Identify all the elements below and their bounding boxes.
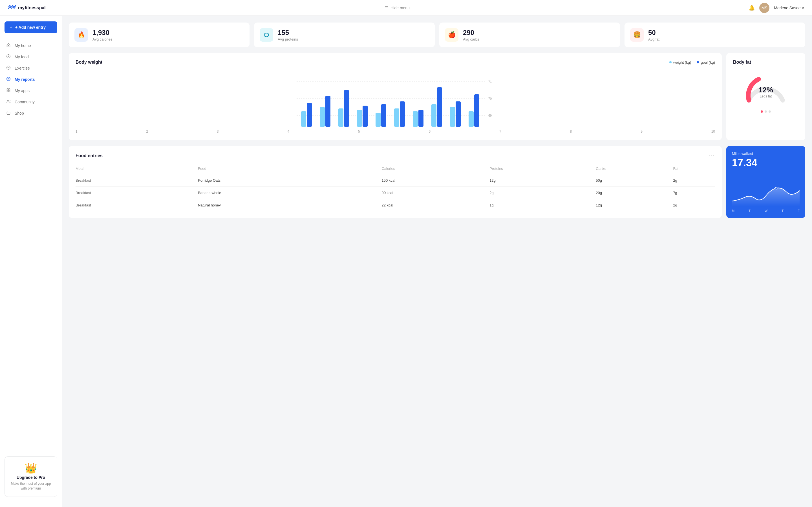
x-label-6: 6: [429, 129, 431, 133]
sidebar-item-home[interactable]: My home: [0, 40, 62, 51]
sidebar: ＋ + Add new entry My home My food: [0, 16, 62, 507]
sidebar-item-reports[interactable]: My reports: [0, 74, 62, 85]
hide-menu-label: Hide menu: [391, 6, 410, 10]
logo: myfitnesspal: [8, 4, 46, 11]
cell-carbs: 12g: [596, 199, 673, 212]
reports-icon: [6, 76, 11, 82]
cell-carbs: 20g: [596, 187, 673, 199]
svg-rect-6: [9, 91, 10, 92]
calories-icon-box: 🔥: [74, 28, 88, 42]
gauge-dot-2: [765, 110, 767, 113]
food-title: Food entries: [75, 153, 103, 158]
cell-fat: 2g: [673, 174, 715, 187]
miles-chart-svg: [732, 182, 800, 207]
svg-rect-28: [437, 87, 442, 127]
svg-rect-21: [375, 113, 380, 127]
x-label-8: 8: [570, 129, 572, 133]
hide-menu-button[interactable]: ☰ Hide menu: [385, 6, 410, 10]
sidebar-item-apps[interactable]: My apps: [0, 85, 62, 96]
table-row: Breakfast Natural honey 22 kcal 1g 12g 2…: [75, 199, 715, 212]
col-carbs: Carbs: [596, 164, 673, 174]
cell-meal: Breakfast: [75, 199, 198, 212]
proteins-label: Avg proteins: [278, 37, 298, 41]
food-table-wrapper: Meal Food Calories Proteins Carbs Fat Br…: [75, 164, 715, 211]
cell-proteins: 2g: [490, 187, 596, 199]
cell-fat: 7g: [673, 187, 715, 199]
proteins-icon-box: [260, 28, 273, 42]
body-fat-title: Body fat: [733, 60, 751, 65]
cell-carbs: 50g: [596, 174, 673, 187]
sidebar-item-shop[interactable]: Shop: [0, 108, 62, 119]
apple-icon: 🍎: [448, 31, 456, 39]
legend-dot-dark: [697, 61, 699, 63]
svg-rect-17: [338, 108, 343, 127]
chart-legend: weight (kg) goal (kg): [669, 60, 715, 64]
stat-card-carbs: 🍎 290 Avg carbs: [439, 22, 620, 47]
carbs-label: Avg carbs: [463, 37, 479, 41]
cell-proteins: 12g: [490, 174, 596, 187]
fat-label: Avg fat: [648, 37, 659, 41]
sidebar-home-label: My home: [15, 43, 31, 48]
home-icon: [6, 43, 11, 48]
x-label-10: 10: [711, 129, 715, 133]
community-icon: [6, 99, 11, 105]
svg-rect-25: [413, 111, 418, 127]
svg-point-7: [7, 100, 9, 101]
upgrade-description: Make the most of your app with premium: [9, 482, 52, 491]
apps-icon: [6, 88, 11, 94]
add-entry-button[interactable]: ＋ + Add new entry: [4, 21, 57, 33]
gauge-percent: 12%: [758, 86, 773, 94]
stats-row: 🔥 1,930 Avg calories 155 Avg proteins: [69, 22, 805, 47]
carbs-value: 290: [463, 29, 479, 37]
bell-icon[interactable]: 🔔: [749, 5, 755, 11]
add-entry-label: + Add new entry: [15, 25, 46, 30]
gauge-dot-1: [761, 110, 763, 113]
svg-rect-18: [344, 90, 349, 127]
miles-walked-card: Miles walked 17.34: [726, 146, 805, 218]
header: myfitnesspal ☰ Hide menu 🔔 MS Marlene Sa…: [0, 0, 812, 16]
body-weight-card: Body weight weight (kg) goal (kg): [69, 53, 722, 140]
svg-point-37: [775, 187, 777, 189]
x-label-5: 5: [358, 129, 360, 133]
bottom-row: Food entries ··· Meal Food Calories Prot…: [69, 146, 805, 218]
stat-card-calories: 🔥 1,930 Avg calories: [69, 22, 250, 47]
svg-rect-29: [450, 107, 455, 127]
fat-icon-box: 🍔: [630, 28, 644, 42]
food-icon: [6, 54, 11, 60]
svg-rect-4: [9, 89, 10, 90]
svg-rect-14: [307, 103, 312, 127]
cell-food: Porridge Oats: [198, 174, 382, 187]
svg-rect-30: [456, 101, 461, 127]
logo-icon: [8, 4, 16, 11]
proteins-info: 155 Avg proteins: [278, 29, 298, 41]
sidebar-item-community[interactable]: Community: [0, 96, 62, 108]
col-meal: Meal: [75, 164, 198, 174]
sidebar-shop-label: Shop: [15, 111, 24, 115]
sidebar-item-food[interactable]: My food: [0, 51, 62, 62]
logo-text: myfitnesspal: [18, 5, 46, 10]
crown-icon: 👑: [9, 462, 52, 474]
table-row: Breakfast Porridge Oats 150 kcal 12g 50g…: [75, 174, 715, 187]
cell-calories: 90 kcal: [382, 187, 490, 199]
svg-rect-5: [7, 91, 8, 92]
svg-point-8: [9, 100, 10, 101]
sidebar-food-label: My food: [15, 55, 29, 59]
miles-day-f: F: [798, 209, 800, 212]
cell-calories: 22 kcal: [382, 199, 490, 212]
miles-day-w: W: [765, 209, 767, 212]
food-table: Meal Food Calories Proteins Carbs Fat Br…: [75, 164, 715, 211]
bar-chart-container: 71 70 69 1 2 3 4 5 6 7 8 9 10: [75, 70, 715, 133]
legend-weight: weight (kg): [669, 60, 691, 64]
svg-text:70: 70: [488, 97, 492, 100]
svg-rect-32: [474, 94, 479, 127]
svg-rect-27: [432, 104, 437, 127]
calories-info: 1,930 Avg calories: [93, 29, 112, 41]
x-label-4: 4: [288, 129, 290, 133]
plus-icon: ＋: [9, 25, 13, 30]
legend-goal: goal (kg): [697, 60, 715, 64]
fat-info: 50 Avg fat: [648, 29, 659, 41]
sidebar-item-exercise[interactable]: Exercise: [0, 62, 62, 74]
more-options-button[interactable]: ···: [709, 153, 715, 159]
svg-rect-13: [301, 111, 306, 127]
gauge-label: Legs fat: [758, 94, 773, 98]
